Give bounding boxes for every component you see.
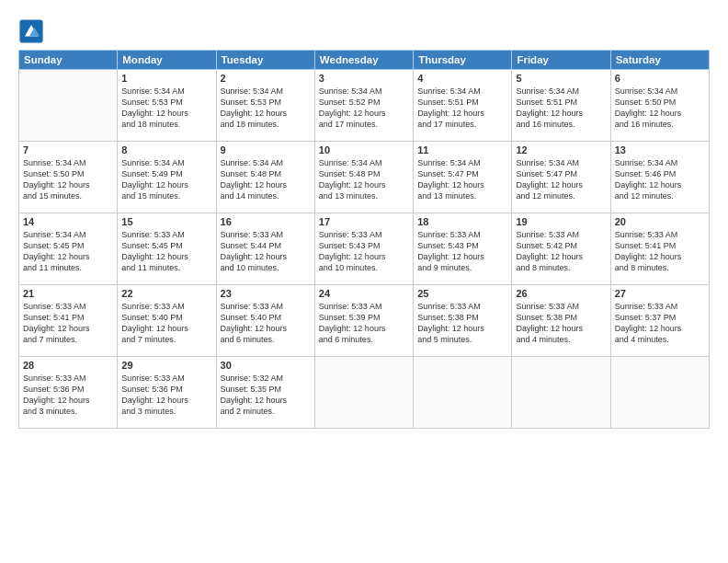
calendar-cell: 19Sunrise: 5:33 AMSunset: 5:42 PMDayligh… — [512, 213, 610, 285]
day-info: Sunrise: 5:33 AMSunset: 5:38 PMDaylight:… — [417, 301, 507, 346]
weekday-header-wednesday: Wednesday — [314, 51, 413, 70]
day-info: Sunrise: 5:34 AMSunset: 5:53 PMDaylight:… — [121, 86, 211, 131]
calendar-cell — [512, 357, 610, 429]
week-row-1: 1Sunrise: 5:34 AMSunset: 5:53 PMDaylight… — [19, 70, 710, 142]
calendar-cell: 22Sunrise: 5:33 AMSunset: 5:40 PMDayligh… — [118, 285, 216, 357]
calendar-cell: 10Sunrise: 5:34 AMSunset: 5:48 PMDayligh… — [314, 142, 413, 213]
day-info: Sunrise: 5:33 AMSunset: 5:44 PMDaylight:… — [221, 229, 311, 274]
logo — [18, 18, 46, 44]
day-number: 5 — [516, 73, 606, 84]
day-info: Sunrise: 5:33 AMSunset: 5:43 PMDaylight:… — [417, 229, 507, 274]
logo-icon — [18, 18, 44, 44]
day-info: Sunrise: 5:33 AMSunset: 5:38 PMDaylight:… — [516, 301, 606, 346]
calendar-cell: 17Sunrise: 5:33 AMSunset: 5:43 PMDayligh… — [314, 213, 413, 285]
weekday-header-sunday: Sunday — [19, 51, 118, 70]
calendar-cell: 16Sunrise: 5:33 AMSunset: 5:44 PMDayligh… — [216, 213, 314, 285]
day-number: 8 — [121, 144, 211, 155]
day-number: 20 — [615, 216, 705, 227]
day-number: 10 — [319, 144, 409, 155]
day-number: 14 — [23, 216, 113, 227]
calendar-cell: 28Sunrise: 5:33 AMSunset: 5:36 PMDayligh… — [19, 357, 118, 429]
calendar-cell — [414, 357, 512, 429]
weekday-header-row: SundayMondayTuesdayWednesdayThursdayFrid… — [19, 51, 710, 70]
day-info: Sunrise: 5:34 AMSunset: 5:51 PMDaylight:… — [417, 86, 507, 131]
day-info: Sunrise: 5:34 AMSunset: 5:51 PMDaylight:… — [516, 86, 606, 131]
weekday-header-thursday: Thursday — [414, 51, 512, 70]
day-info: Sunrise: 5:34 AMSunset: 5:45 PMDaylight:… — [23, 229, 113, 274]
day-number: 13 — [615, 144, 705, 155]
calendar-cell: 27Sunrise: 5:33 AMSunset: 5:37 PMDayligh… — [610, 285, 709, 357]
day-number: 27 — [615, 288, 705, 299]
calendar-cell: 1Sunrise: 5:34 AMSunset: 5:53 PMDaylight… — [118, 70, 216, 142]
day-info: Sunrise: 5:33 AMSunset: 5:42 PMDaylight:… — [516, 229, 606, 274]
week-row-4: 21Sunrise: 5:33 AMSunset: 5:41 PMDayligh… — [19, 285, 710, 357]
day-number: 26 — [516, 288, 606, 299]
day-info: Sunrise: 5:34 AMSunset: 5:52 PMDaylight:… — [319, 86, 409, 131]
day-number: 19 — [516, 216, 606, 227]
day-info: Sunrise: 5:34 AMSunset: 5:48 PMDaylight:… — [319, 157, 409, 202]
day-number: 7 — [23, 144, 113, 155]
day-info: Sunrise: 5:34 AMSunset: 5:48 PMDaylight:… — [221, 157, 311, 202]
day-number: 21 — [23, 288, 113, 299]
day-info: Sunrise: 5:33 AMSunset: 5:36 PMDaylight:… — [23, 373, 113, 418]
day-number: 12 — [516, 144, 606, 155]
day-info: Sunrise: 5:34 AMSunset: 5:49 PMDaylight:… — [121, 157, 211, 202]
weekday-header-saturday: Saturday — [610, 51, 709, 70]
day-info: Sunrise: 5:34 AMSunset: 5:46 PMDaylight:… — [615, 157, 705, 202]
day-number: 25 — [417, 288, 507, 299]
calendar-cell: 23Sunrise: 5:33 AMSunset: 5:40 PMDayligh… — [216, 285, 314, 357]
day-number: 3 — [319, 73, 409, 84]
calendar-cell: 6Sunrise: 5:34 AMSunset: 5:50 PMDaylight… — [610, 70, 709, 142]
week-row-3: 14Sunrise: 5:34 AMSunset: 5:45 PMDayligh… — [19, 213, 710, 285]
calendar-cell: 2Sunrise: 5:34 AMSunset: 5:53 PMDaylight… — [216, 70, 314, 142]
day-number: 1 — [121, 73, 211, 84]
calendar-cell: 9Sunrise: 5:34 AMSunset: 5:48 PMDaylight… — [216, 142, 314, 213]
day-number: 16 — [221, 216, 311, 227]
calendar-cell — [314, 357, 413, 429]
week-row-2: 7Sunrise: 5:34 AMSunset: 5:50 PMDaylight… — [19, 142, 710, 213]
calendar-cell: 15Sunrise: 5:33 AMSunset: 5:45 PMDayligh… — [118, 213, 216, 285]
calendar-cell: 25Sunrise: 5:33 AMSunset: 5:38 PMDayligh… — [414, 285, 512, 357]
calendar-cell: 3Sunrise: 5:34 AMSunset: 5:52 PMDaylight… — [314, 70, 413, 142]
calendar-cell: 30Sunrise: 5:32 AMSunset: 5:35 PMDayligh… — [216, 357, 314, 429]
calendar: SundayMondayTuesdayWednesdayThursdayFrid… — [18, 50, 710, 429]
day-number: 9 — [221, 144, 311, 155]
calendar-cell: 8Sunrise: 5:34 AMSunset: 5:49 PMDaylight… — [118, 142, 216, 213]
day-info: Sunrise: 5:33 AMSunset: 5:40 PMDaylight:… — [121, 301, 211, 346]
calendar-cell: 18Sunrise: 5:33 AMSunset: 5:43 PMDayligh… — [414, 213, 512, 285]
calendar-cell: 5Sunrise: 5:34 AMSunset: 5:51 PMDaylight… — [512, 70, 610, 142]
weekday-header-tuesday: Tuesday — [216, 51, 314, 70]
day-number: 2 — [221, 73, 311, 84]
day-info: Sunrise: 5:33 AMSunset: 5:45 PMDaylight:… — [121, 229, 211, 274]
day-number: 15 — [121, 216, 211, 227]
calendar-cell: 20Sunrise: 5:33 AMSunset: 5:41 PMDayligh… — [610, 213, 709, 285]
day-number: 6 — [615, 73, 705, 84]
weekday-header-friday: Friday — [512, 51, 610, 70]
day-info: Sunrise: 5:33 AMSunset: 5:37 PMDaylight:… — [615, 301, 705, 346]
day-info: Sunrise: 5:34 AMSunset: 5:53 PMDaylight:… — [221, 86, 311, 131]
day-number: 28 — [23, 360, 113, 371]
day-number: 29 — [121, 360, 211, 371]
day-info: Sunrise: 5:33 AMSunset: 5:36 PMDaylight:… — [121, 373, 211, 418]
day-number: 18 — [417, 216, 507, 227]
day-info: Sunrise: 5:33 AMSunset: 5:41 PMDaylight:… — [615, 229, 705, 274]
day-info: Sunrise: 5:32 AMSunset: 5:35 PMDaylight:… — [221, 373, 311, 418]
calendar-cell: 4Sunrise: 5:34 AMSunset: 5:51 PMDaylight… — [414, 70, 512, 142]
day-info: Sunrise: 5:33 AMSunset: 5:43 PMDaylight:… — [319, 229, 409, 274]
calendar-cell: 11Sunrise: 5:34 AMSunset: 5:47 PMDayligh… — [414, 142, 512, 213]
header — [18, 15, 710, 44]
day-number: 4 — [417, 73, 507, 84]
day-number: 17 — [319, 216, 409, 227]
calendar-cell: 26Sunrise: 5:33 AMSunset: 5:38 PMDayligh… — [512, 285, 610, 357]
day-info: Sunrise: 5:34 AMSunset: 5:47 PMDaylight:… — [417, 157, 507, 202]
calendar-cell: 21Sunrise: 5:33 AMSunset: 5:41 PMDayligh… — [19, 285, 118, 357]
calendar-cell: 14Sunrise: 5:34 AMSunset: 5:45 PMDayligh… — [19, 213, 118, 285]
week-row-5: 28Sunrise: 5:33 AMSunset: 5:36 PMDayligh… — [19, 357, 710, 429]
calendar-cell: 13Sunrise: 5:34 AMSunset: 5:46 PMDayligh… — [610, 142, 709, 213]
day-number: 11 — [417, 144, 507, 155]
day-info: Sunrise: 5:33 AMSunset: 5:39 PMDaylight:… — [319, 301, 409, 346]
calendar-cell — [19, 70, 118, 142]
calendar-cell — [610, 357, 709, 429]
day-number: 23 — [221, 288, 311, 299]
day-info: Sunrise: 5:34 AMSunset: 5:50 PMDaylight:… — [615, 86, 705, 131]
